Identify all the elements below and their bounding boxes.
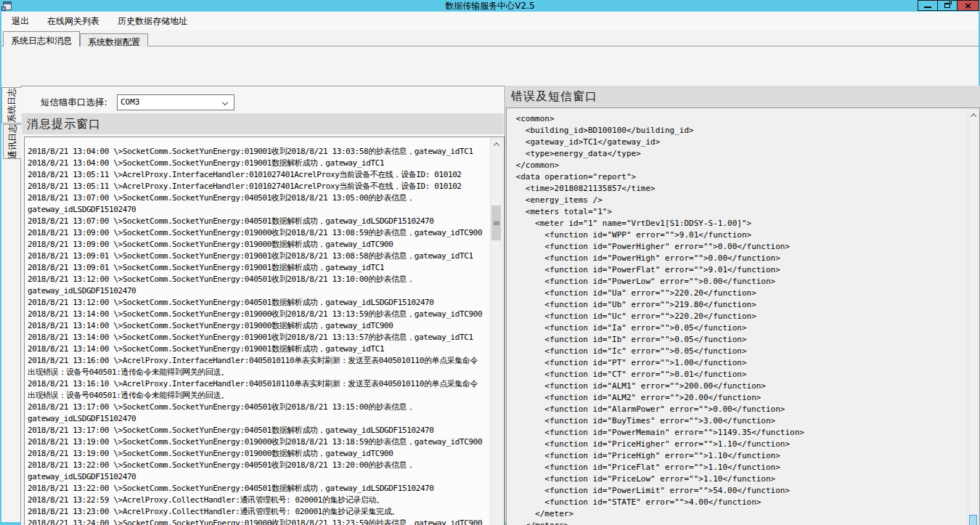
log-line: gateway_idLSDGDF15102470	[28, 471, 489, 483]
log-line: gateway_idLSDGDF15102470	[28, 204, 489, 216]
minimize-icon	[924, 7, 931, 8]
log-line: 2018/8/21 13:12:00 \>SocketComm.SocketYu…	[28, 297, 489, 309]
log-line: 2018/8/21 13:09:01 \>SocketComm.SocketYu…	[28, 251, 489, 262]
xml-line: <function id="PriceFlat" error="">1.10</…	[511, 462, 966, 473]
serial-port-value: COM3	[121, 97, 140, 107]
chevron-up-icon	[493, 142, 499, 148]
log-line: 2018/8/21 13:14:00 \>SocketComm.SocketYu…	[28, 343, 489, 355]
log-line: 2018/8/21 13:14:00 \>SocketComm.SocketYu…	[28, 332, 489, 343]
xml-line: <function id="PowerMemain" error="">1149…	[511, 427, 966, 439]
tab-system-data-config[interactable]: 系统数据配置	[80, 33, 148, 46]
menu-bar: 退出 在线网关列表 历史数据存储地址	[1, 12, 979, 30]
xml-line: <function id="PT" error="">1.00</functio…	[511, 357, 966, 369]
xml-line: <function id="PriceHigh" error="">1.10</…	[511, 450, 966, 462]
xml-line: <function id="Ub" error="">219.80</funct…	[511, 299, 966, 311]
xml-line: <gateway_id>TC1</gateway_id>	[511, 137, 966, 148]
log-line: 2018/8/21 13:04:00 \>SocketComm.SocketYu…	[28, 146, 489, 158]
grip-icon	[494, 221, 499, 225]
system-log-subpage: 短信猫串口选择: COM3 消息提示窗口 2018/8/21 13:04:00 …	[20, 86, 505, 525]
log-line: 2018/8/21 13:04:00 \>SocketComm.SocketYu…	[28, 158, 489, 169]
client-area: 退出 在线网关列表 历史数据存储地址 系统日志和消息 系统数据配置 系统日志 通…	[1, 12, 979, 522]
xml-line: <function id="PowerHigh" error="">0.00</…	[511, 253, 966, 264]
xml-report-text: <common> <building_id>BD100100</building…	[507, 108, 966, 525]
log-line: 2018/8/21 13:17:00 \>SocketComm.SocketYu…	[28, 425, 489, 436]
xml-line: <function id="WPP" error="">9.01</functi…	[511, 229, 966, 241]
xml-line: <function id="BuyTimes" error="">3.00</f…	[511, 415, 966, 427]
message-log-text: 2018/8/21 13:04:00 \>SocketComm.SocketYu…	[25, 137, 489, 525]
tab-system-log-and-messages[interactable]: 系统日志和消息	[3, 31, 80, 46]
serial-port-select[interactable]: COM3	[117, 94, 234, 110]
serial-port-label: 短信猫串口选择:	[41, 97, 107, 109]
xml-line: <function id="PriceHigher" error="">1.10…	[511, 439, 966, 450]
message-log-textbox[interactable]: 2018/8/21 13:04:00 \>SocketComm.SocketYu…	[24, 137, 505, 525]
xml-line: <function id="PriceLow" error="">1.10</f…	[511, 473, 966, 485]
log-line: 2018/8/21 13:14:00 \>SocketComm.SocketYu…	[28, 320, 489, 332]
xml-line: <time>20180821135857</time>	[511, 183, 966, 195]
log-line: 2018/8/21 13:14:00 \>SocketComm.SocketYu…	[28, 309, 489, 320]
title-bar[interactable]: 数据传输服务中心V2.5 ×	[0, 0, 980, 12]
close-button[interactable]: ×	[957, 0, 979, 11]
xml-line: <function id="PowerLow" error="">0.00</f…	[511, 276, 966, 288]
xml-line: <function id="PowerFlat" error="">9.01</…	[511, 264, 966, 276]
chevron-down-icon	[222, 99, 228, 105]
xml-line: <function id="AlarmPower" error="">0.00<…	[511, 404, 966, 415]
maximize-button[interactable]	[937, 0, 957, 11]
xml-line: <meters total="1">	[511, 206, 966, 218]
log-line: 2018/8/21 13:23:00 \>AcrelProxy.CollectH…	[28, 506, 489, 518]
xml-line: </meters>	[511, 520, 966, 525]
log-line: gateway_idLSDGDF15102470	[28, 285, 489, 297]
close-icon: ×	[964, 1, 972, 10]
xml-line: <function id="PowerLimit" error="">54.00…	[511, 485, 966, 497]
xml-line: </meter>	[511, 508, 966, 520]
xml-line: <function id="STATE" error="">4.00</func…	[511, 497, 966, 508]
xml-scroll-thumb[interactable]	[969, 515, 977, 525]
scroll-up-button[interactable]	[491, 139, 502, 150]
log-line: 2018/8/21 13:09:00 \>SocketComm.SocketYu…	[28, 227, 489, 239]
minimize-button[interactable]	[918, 0, 938, 11]
log-scrollbar[interactable]	[490, 138, 502, 525]
main-tab-strip: 系统日志和消息 系统数据配置	[1, 30, 148, 46]
log-line: 2018/8/21 13:12:00 \>SocketComm.SocketYu…	[28, 274, 489, 285]
log-line: 2018/8/21 13:17:00 \>SocketComm.SocketYu…	[28, 402, 489, 413]
xml-line: <function id="PowerHigher" error="">0.00…	[511, 241, 966, 253]
xml-line: <building_id>BD100100</building_id>	[511, 125, 966, 137]
log-line: 2018/8/21 13:16:00 \>AcrelProxy.Interfac…	[28, 355, 489, 367]
log-line: 2018/8/21 13:09:01 \>SocketComm.SocketYu…	[28, 262, 489, 274]
log-line: 出现错误：设备号040501:透传命令未能得到网关的回送。	[28, 367, 489, 378]
log-line: 2018/8/21 13:24:00 \>SocketComm.SocketYu…	[28, 518, 489, 525]
log-scroll-thumb[interactable]	[491, 205, 501, 240]
log-line: 2018/8/21 13:22:00 \>SocketComm.SocketYu…	[28, 460, 489, 471]
xml-line: <common>	[511, 113, 966, 125]
log-line: 出现错误：设备号040501:透传命令未能得到网关的回送。	[28, 390, 489, 402]
log-line: 2018/8/21 13:05:11 \>AcrelProxy.Interfac…	[28, 169, 489, 181]
app-window: 数据传输服务中心V2.5 × 退出 在线网关列表 历史数据存储地址 系统日志和消…	[0, 0, 980, 525]
menu-item-history-storage-address[interactable]: 历史数据存储地址	[110, 12, 195, 31]
log-line: 2018/8/21 13:16:10 \>AcrelProxy.Interfac…	[28, 378, 489, 390]
xml-line: </common>	[511, 160, 966, 171]
menu-item-online-gateway-list[interactable]: 在线网关列表	[39, 12, 107, 31]
log-line: 2018/8/21 13:05:11 \>AcrelProxy.Interfac…	[28, 181, 489, 192]
log-line: 2018/8/21 13:19:00 \>SocketComm.SocketYu…	[28, 448, 489, 460]
side-tab-comm-log[interactable]: 通讯日志	[3, 124, 21, 159]
xml-line: <function id="Ic" error="">0.05</functio…	[511, 346, 966, 357]
side-tab-comm-log-label: 通讯日志	[7, 124, 19, 159]
menu-item-exit[interactable]: 退出	[4, 12, 37, 31]
window-title: 数据传输服务中心V2.5	[0, 1, 980, 11]
log-line: 2018/8/21 13:22:00 \>SocketComm.SocketYu…	[28, 483, 489, 495]
xml-line: <energy_items />	[511, 195, 966, 206]
xml-line: <function id="Ia" error="">0.05</functio…	[511, 322, 966, 334]
xml-line: <function id="ALM2" error="">20.00</func…	[511, 392, 966, 404]
log-line: 2018/8/21 13:07:00 \>SocketComm.SocketYu…	[28, 216, 489, 227]
xml-line: <function id="Uc" error="">220.20</funct…	[511, 311, 966, 322]
maximize-icon	[944, 3, 950, 8]
xml-line: <meter id="1" name="VrtDev1[S1:DDSY-S-1.…	[511, 218, 966, 229]
xml-line: <function id="CT" error="">0.01</functio…	[511, 369, 966, 380]
scroll-up-button[interactable]	[968, 110, 978, 121]
side-tab-system-log[interactable]: 系统日志	[1, 87, 21, 123]
log-line: 2018/8/21 13:09:00 \>SocketComm.SocketYu…	[28, 239, 489, 251]
log-line: gateway_idLSDGDF15102470	[28, 413, 489, 425]
xml-scrollbar[interactable]	[968, 109, 979, 525]
xml-line: <data operation="report">	[511, 171, 966, 183]
side-tab-system-log-label: 系统日志	[6, 88, 18, 123]
error-sms-textbox[interactable]: <common> <building_id>BD100100</building…	[506, 107, 980, 525]
